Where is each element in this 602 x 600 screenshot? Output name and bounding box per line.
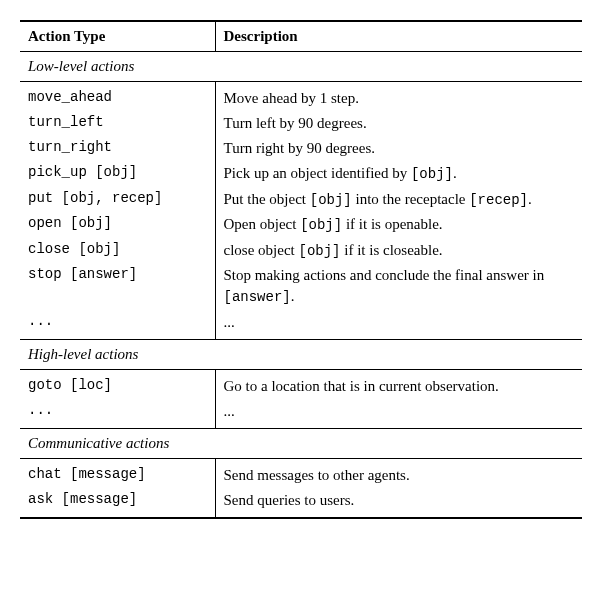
action-cell: move_ahead bbox=[20, 82, 215, 112]
table-row: goto [loc] Go to a location that is in c… bbox=[20, 369, 582, 399]
action-cell: chat [message] bbox=[20, 458, 215, 488]
section-title: Low-level actions bbox=[20, 52, 582, 82]
desc-text: . bbox=[528, 191, 532, 207]
desc-cell: close object [obj] if it is closeable. bbox=[215, 238, 582, 264]
table-row: chat [message] Send messages to other ag… bbox=[20, 458, 582, 488]
table-row: pick_up [obj] Pick up an object identifi… bbox=[20, 161, 582, 187]
desc-code: [answer] bbox=[224, 289, 291, 305]
action-cell: put [obj, recep] bbox=[20, 187, 215, 213]
section-header: Communicative actions bbox=[20, 428, 582, 458]
table-row: stop [answer] Stop making actions and co… bbox=[20, 263, 582, 310]
table-row: turn_right Turn right by 90 degrees. bbox=[20, 136, 582, 161]
table-header-row: Action Type Description bbox=[20, 21, 582, 52]
table-row: ... ... bbox=[20, 399, 582, 429]
desc-text: . bbox=[453, 165, 457, 181]
desc-text: Pick up an object identified by bbox=[224, 165, 411, 181]
action-cell: goto [loc] bbox=[20, 369, 215, 399]
header-description: Description bbox=[215, 21, 582, 52]
table-row: ... ... bbox=[20, 310, 582, 340]
section-header: High-level actions bbox=[20, 339, 582, 369]
desc-text: Open object bbox=[224, 216, 301, 232]
table-row: move_ahead Move ahead by 1 step. bbox=[20, 82, 582, 112]
table-row: open [obj] Open object [obj] if it is op… bbox=[20, 212, 582, 238]
desc-code: [obj] bbox=[310, 192, 352, 208]
desc-cell: Turn left by 90 degrees. bbox=[215, 111, 582, 136]
desc-text: Stop making actions and conclude the fin… bbox=[224, 267, 545, 283]
desc-cell: ... bbox=[215, 399, 582, 429]
section-title: High-level actions bbox=[20, 339, 582, 369]
desc-cell: Send queries to users. bbox=[215, 488, 582, 518]
desc-cell: Put the object [obj] into the receptacle… bbox=[215, 187, 582, 213]
desc-cell: ... bbox=[215, 310, 582, 340]
desc-cell: Move ahead by 1 step. bbox=[215, 82, 582, 112]
section-header: Low-level actions bbox=[20, 52, 582, 82]
desc-cell: Go to a location that is in current obse… bbox=[215, 369, 582, 399]
section-title: Communicative actions bbox=[20, 428, 582, 458]
desc-text: Put the object bbox=[224, 191, 310, 207]
action-cell: pick_up [obj] bbox=[20, 161, 215, 187]
desc-code: [obj] bbox=[411, 166, 453, 182]
desc-cell: Turn right by 90 degrees. bbox=[215, 136, 582, 161]
desc-cell: Pick up an object identified by [obj]. bbox=[215, 161, 582, 187]
desc-cell: Open object [obj] if it is openable. bbox=[215, 212, 582, 238]
desc-text: close object bbox=[224, 242, 299, 258]
action-cell: turn_left bbox=[20, 111, 215, 136]
action-cell: stop [answer] bbox=[20, 263, 215, 310]
desc-code: [obj] bbox=[300, 217, 342, 233]
action-cell: ask [message] bbox=[20, 488, 215, 518]
desc-text: if it is openable. bbox=[342, 216, 442, 232]
desc-text: into the receptacle bbox=[352, 191, 469, 207]
table-row: ask [message] Send queries to users. bbox=[20, 488, 582, 518]
desc-code: [recep] bbox=[469, 192, 528, 208]
action-cell: open [obj] bbox=[20, 212, 215, 238]
header-action-type: Action Type bbox=[20, 21, 215, 52]
table-row: put [obj, recep] Put the object [obj] in… bbox=[20, 187, 582, 213]
desc-text: . bbox=[291, 288, 295, 304]
action-cell: ... bbox=[20, 399, 215, 429]
desc-text: if it is closeable. bbox=[341, 242, 443, 258]
table-row: turn_left Turn left by 90 degrees. bbox=[20, 111, 582, 136]
action-table: Action Type Description Low-level action… bbox=[20, 20, 582, 519]
table-row: close [obj] close object [obj] if it is … bbox=[20, 238, 582, 264]
action-cell: turn_right bbox=[20, 136, 215, 161]
action-cell: ... bbox=[20, 310, 215, 340]
action-cell: close [obj] bbox=[20, 238, 215, 264]
desc-cell: Stop making actions and conclude the fin… bbox=[215, 263, 582, 310]
desc-cell: Send messages to other agents. bbox=[215, 458, 582, 488]
desc-code: [obj] bbox=[298, 243, 340, 259]
